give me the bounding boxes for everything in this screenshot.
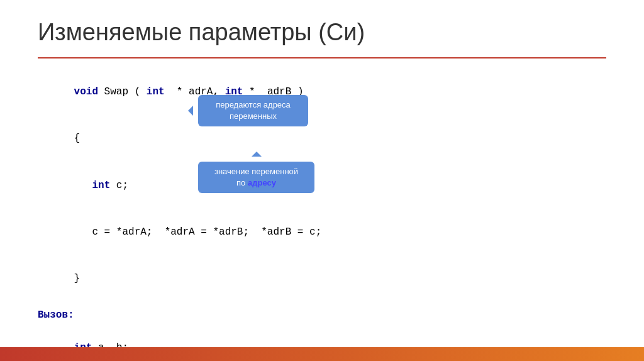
callout-addresses: передаются адреса переменных: [198, 95, 308, 126]
callout-value: значение переменнойпо адресу: [198, 162, 314, 193]
slide-content: Изменяемые параметры (Си) void Swap ( in…: [0, 0, 644, 361]
code-line-4: c = *adrA; *adrA = *adrB; *adrB = c;: [38, 209, 606, 255]
kw-void: void: [74, 86, 98, 97]
divider: [38, 57, 606, 58]
bottom-bar: [0, 347, 644, 361]
label-call: Вызов:: [38, 308, 606, 323]
code-line-5: }: [38, 256, 606, 303]
code-line-1: void Swap ( int * adrA, int * adrB ): [38, 69, 606, 115]
code-line-2: {: [38, 115, 606, 162]
kw-int3: int: [92, 180, 110, 191]
callout2-text: значение переменнойпо адресу: [214, 167, 298, 187]
kw-int1: int: [147, 86, 165, 97]
code-block: void Swap ( int * adrA, int * adrB ) { i…: [38, 69, 606, 361]
code-line-3: int c;: [38, 162, 606, 209]
slide-title: Изменяемые параметры (Си): [38, 19, 606, 46]
